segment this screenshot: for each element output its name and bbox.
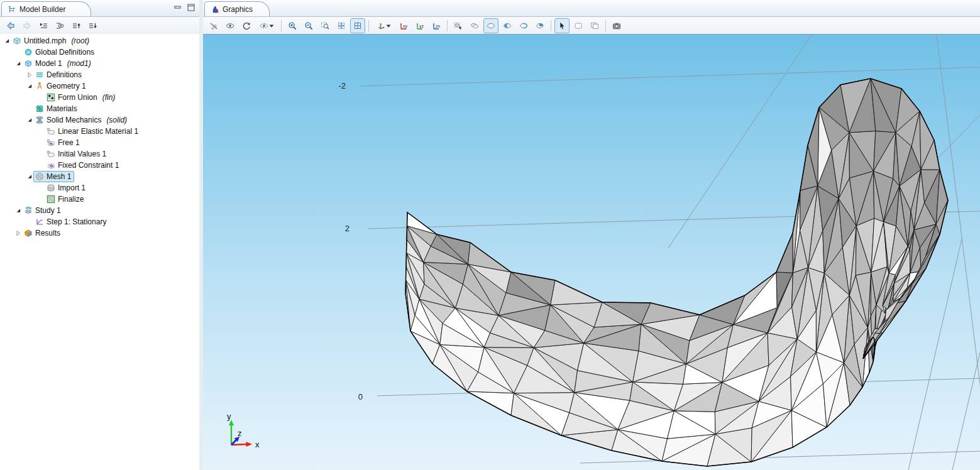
plot-disabled-icon[interactable]	[206, 18, 221, 33]
collapsed-arrow-icon[interactable]	[14, 230, 22, 236]
model-builder-panel: Model Builder Untitled.mph(root)Global D…	[0, 0, 200, 470]
tree-item-linear-elastic-material-1[interactable]: DLinear Elastic Material 1	[0, 126, 199, 137]
materials-icon	[35, 104, 44, 114]
graphics-viewport[interactable]: -220yzx	[203, 34, 980, 470]
zoom-in-icon[interactable]	[285, 18, 300, 33]
model-builder-title: Model Builder	[19, 5, 65, 14]
tree-item-study-1[interactable]: Study 1	[0, 205, 199, 216]
tab-model-builder[interactable]: Model Builder	[1, 1, 91, 16]
svg-text:xy: xy	[403, 23, 408, 28]
tree-indent	[0, 75, 25, 75]
tree-item-untitled-mph[interactable]: Untitled.mph(root)	[0, 35, 199, 46]
tree-item-initial-values-1[interactable]: DInitial Values 1	[0, 148, 199, 160]
dropdown-caret-icon[interactable]	[386, 21, 391, 30]
graphics-panel: Graphics xyyzzx -220yzx	[203, 0, 980, 470]
definitions-icon	[35, 70, 44, 80]
zoom-out-icon[interactable]	[301, 18, 316, 33]
tree-indent	[0, 143, 36, 143]
tree-item-selection-box: Solid Mechanics(solid)	[33, 114, 130, 126]
tree-item-materials[interactable]: Materials	[0, 103, 199, 114]
tree-indent	[0, 52, 14, 53]
select-edges-icon[interactable]	[532, 18, 548, 33]
tree-item-fixed-constraint-1[interactable]: Fixed Constraint 1	[0, 160, 199, 171]
tree-item-label: Global Definitions	[35, 48, 94, 57]
model-builder-icon	[7, 4, 16, 14]
tab-graphics[interactable]: Graphics	[204, 1, 270, 16]
collapsed-arrow-icon[interactable]	[25, 72, 33, 78]
model-icon	[23, 59, 33, 68]
back-icon[interactable]	[3, 18, 18, 33]
tree-item-finalize[interactable]: Finalize	[0, 194, 199, 205]
scene-svg[interactable]: -220yzx	[203, 35, 980, 470]
zoom-extents-icon[interactable]	[334, 18, 349, 33]
zoom-box-icon[interactable]	[317, 18, 333, 33]
zx-view-icon[interactable]: zx	[429, 18, 444, 33]
forward-icon[interactable]	[19, 18, 35, 33]
tree-item-results[interactable]: Results	[0, 227, 199, 239]
tree-item-selection-box: Geometry 1	[33, 80, 89, 92]
svg-text:0: 0	[358, 392, 363, 402]
tree-item-mesh-1[interactable]: Mesh 1	[0, 171, 199, 182]
scene-light-icon[interactable]	[483, 18, 498, 33]
triad-label-x: x	[255, 440, 260, 449]
dnodep-icon: D	[46, 138, 55, 148]
stationary-icon	[35, 217, 44, 227]
wireframe-icon[interactable]	[587, 18, 602, 33]
geometry-icon	[35, 82, 44, 91]
tree-item-selection-box: Model 1(mod1)	[22, 58, 94, 69]
deselect-icon[interactable]	[467, 18, 482, 33]
tree-item-geometry-1[interactable]: Geometry 1	[0, 80, 199, 92]
zoom-to-selection-icon[interactable]	[350, 18, 365, 33]
toolbar-separator	[368, 20, 369, 31]
expanded-arrow-icon[interactable]	[25, 117, 33, 123]
tree-item-global-definitions[interactable]: Global Definitions	[0, 46, 199, 58]
tree-indent	[0, 86, 25, 87]
tree-indent	[0, 222, 25, 222]
tree-item-label: Fixed Constraint 1	[58, 161, 119, 170]
minimize-button[interactable]	[173, 3, 182, 11]
select-hover-icon[interactable]	[451, 18, 466, 33]
default-3d-view-icon[interactable]	[372, 18, 395, 33]
expanded-arrow-icon[interactable]	[14, 60, 22, 67]
maximize-button[interactable]	[186, 3, 195, 11]
tree-item-selection-box: Materials	[33, 103, 80, 114]
expanded-arrow-icon[interactable]	[3, 38, 11, 44]
show-icon[interactable]	[52, 18, 67, 33]
select-domains-icon[interactable]	[500, 18, 515, 33]
xy-view-icon[interactable]: xy	[396, 18, 411, 33]
bnodep-icon	[46, 161, 55, 170]
tree-indent	[0, 165, 36, 166]
solidmech-icon	[35, 116, 44, 125]
select-arrow-icon[interactable]	[554, 18, 570, 33]
tree-item-selection-box: Finalize	[45, 194, 87, 205]
expanded-arrow-icon[interactable]	[25, 83, 33, 89]
visibility-icon[interactable]	[223, 18, 238, 33]
tree-item-selection-box: Definitions	[33, 69, 85, 80]
tree-item-detail: (mod1)	[67, 59, 91, 68]
meshimport-icon	[46, 183, 55, 193]
snapshot-icon[interactable]	[609, 18, 624, 33]
tree-indent	[0, 131, 36, 132]
expanded-arrow-icon[interactable]	[14, 207, 22, 214]
reset-view-icon[interactable]	[239, 18, 254, 33]
tree-item-selection-box: Form Union(fin)	[45, 92, 118, 103]
tree-item-step-1-stationary[interactable]: Step 1: Stationary	[0, 216, 199, 227]
expanded-arrow-icon[interactable]	[25, 173, 33, 180]
tree-item-solid-mechanics[interactable]: Solid Mechanics(solid)	[0, 114, 199, 126]
view-hidden-icon[interactable]	[255, 18, 278, 33]
tree-item-model-1[interactable]: Model 1(mod1)	[0, 58, 199, 69]
tree-item-form-union[interactable]: Form Union(fin)	[0, 92, 199, 103]
tree-item-definitions[interactable]: Definitions	[0, 69, 199, 80]
move-up-icon[interactable]	[69, 18, 84, 33]
transparency-icon[interactable]	[571, 18, 586, 33]
move-down-icon[interactable]	[85, 18, 100, 33]
collapse-all-icon[interactable]	[36, 18, 51, 33]
tree-item-free-1[interactable]: DFree 1	[0, 137, 199, 148]
yz-view-icon[interactable]: yz	[412, 18, 427, 33]
select-boundaries-icon[interactable]	[516, 18, 531, 33]
model-builder-toolbar	[0, 17, 199, 35]
globaldef-icon	[23, 48, 33, 57]
tree-item-import-1[interactable]: Import 1	[0, 182, 199, 194]
tree-item-label: Materials	[47, 104, 77, 113]
dropdown-caret-icon[interactable]	[269, 21, 274, 30]
